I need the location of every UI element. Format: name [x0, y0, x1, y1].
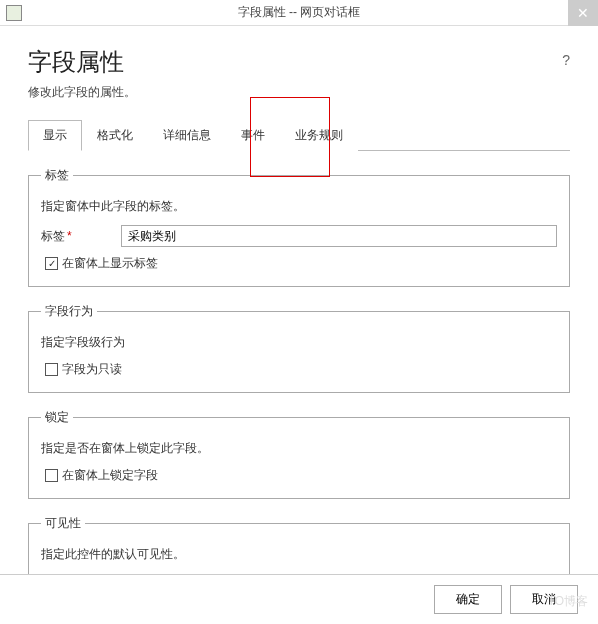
lock-checkbox[interactable]	[45, 469, 58, 482]
behavior-legend: 字段行为	[41, 303, 97, 320]
help-icon[interactable]: ?	[562, 52, 570, 68]
readonly-checkbox[interactable]	[45, 363, 58, 376]
show-label-text: 在窗体上显示标签	[62, 255, 158, 272]
cancel-button[interactable]: 取消	[510, 585, 578, 614]
label-section: 标签 指定窗体中此字段的标签。 标签* ✓ 在窗体上显示标签	[28, 167, 570, 287]
label-input[interactable]	[121, 225, 557, 247]
visibility-desc: 指定此控件的默认可见性。	[41, 546, 557, 563]
tab-format[interactable]: 格式化	[82, 120, 148, 151]
tab-business-rules[interactable]: 业务规则	[280, 120, 358, 151]
titlebar: 字段属性 -- 网页对话框 ✕	[0, 0, 598, 26]
tab-bar: 显示 格式化 详细信息 事件 业务规则	[28, 119, 570, 151]
page-subtitle: 修改此字段的属性。	[28, 84, 570, 101]
behavior-section: 字段行为 指定字段级行为 字段为只读	[28, 303, 570, 393]
footer: 确定 取消	[0, 574, 598, 624]
label-field-label: 标签*	[41, 228, 121, 245]
ok-button[interactable]: 确定	[434, 585, 502, 614]
lock-desc: 指定是否在窗体上锁定此字段。	[41, 440, 557, 457]
readonly-text: 字段为只读	[62, 361, 122, 378]
label-desc: 指定窗体中此字段的标签。	[41, 198, 557, 215]
titlebar-text: 字段属性 -- 网页对话框	[0, 4, 598, 21]
lock-legend: 锁定	[41, 409, 73, 426]
behavior-desc: 指定字段级行为	[41, 334, 557, 351]
close-button[interactable]: ✕	[568, 0, 598, 26]
tab-details[interactable]: 详细信息	[148, 120, 226, 151]
visibility-legend: 可见性	[41, 515, 85, 532]
tab-events[interactable]: 事件	[226, 120, 280, 151]
lock-section: 锁定 指定是否在窗体上锁定此字段。 在窗体上锁定字段	[28, 409, 570, 499]
lock-text: 在窗体上锁定字段	[62, 467, 158, 484]
label-legend: 标签	[41, 167, 73, 184]
page-title: 字段属性	[28, 46, 570, 78]
show-label-checkbox[interactable]: ✓	[45, 257, 58, 270]
tab-display[interactable]: 显示	[28, 120, 82, 151]
